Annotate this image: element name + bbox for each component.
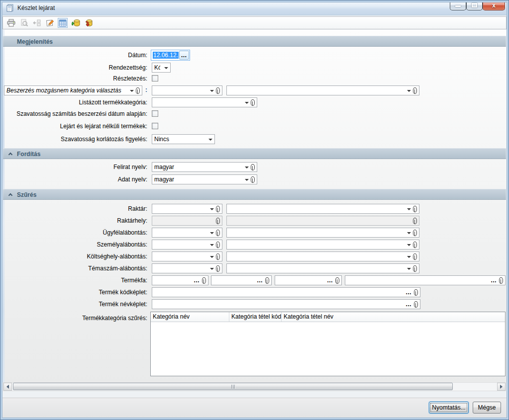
beszerzes-kategoria-combobox[interactable]: Beszerzés mozgásnem kategória választás [4, 85, 142, 95]
database-load-icon[interactable] [71, 18, 81, 28]
paperclip-icon [216, 218, 220, 224]
raktarhely-label: Raktárhely: [0, 216, 147, 226]
ellipsis-button[interactable]: … [327, 278, 333, 283]
ellipsis-button[interactable]: … [406, 302, 412, 307]
paperclip-icon [413, 218, 417, 224]
paperclip-icon [202, 277, 206, 284]
minimize-button[interactable] [450, 1, 466, 10]
section-header-megjelenites[interactable]: Megjelenítés [3, 36, 506, 47]
ugyfelalabontas-combobox[interactable] [152, 228, 222, 238]
collapse-chevron-icon[interactable] [8, 153, 12, 157]
felirat-nyelv-label: Felirat nyelv: [0, 162, 147, 172]
szavatossag-korlatozas-value: Nincs [154, 136, 169, 143]
chevron-down-icon [245, 167, 249, 168]
termek-kodkeplet-label: Termék kódképlet: [0, 287, 147, 297]
print-icon[interactable] [6, 18, 16, 28]
datum-selected-value: 12.06.12. [153, 52, 179, 59]
section-header-szures[interactable]: Szűrés [3, 189, 506, 200]
paperclip-icon [413, 265, 417, 272]
scroll-left-button[interactable] [3, 383, 12, 391]
koltseghely-combobox[interactable] [152, 252, 222, 261]
rendezettseg-combobox[interactable]: Kód [152, 63, 171, 73]
beszerzes-sub-combobox-2[interactable] [226, 85, 419, 95]
print-preview-icon[interactable] [19, 18, 29, 28]
temaszam-combobox-2[interactable] [226, 263, 419, 273]
ellipsis-button[interactable]: … [194, 278, 200, 283]
szavatossag-szamitas-checkbox[interactable] [152, 110, 158, 117]
temaszam-combobox[interactable] [152, 263, 222, 273]
termek-kodkeplet-field[interactable]: … [152, 287, 420, 297]
ellipsis-button[interactable]: … [491, 278, 497, 283]
print-button[interactable]: Nyomtatás... [429, 402, 469, 414]
szemelyalabontas-combobox-2[interactable] [226, 240, 419, 250]
termekfa-field-3[interactable]: … [275, 275, 342, 285]
column-header-kategoria-nev[interactable]: Kategória név [151, 312, 229, 322]
horizontal-scrollbar[interactable] [3, 382, 506, 391]
scroll-right-button[interactable] [497, 383, 506, 391]
beszerzes-kategoria-value: Beszerzés mozgásnem kategória választás [6, 87, 121, 94]
footer-bar: Nyomtatás... Mégse [2, 398, 507, 418]
raktar-label: Raktár: [0, 204, 147, 214]
raktar-combobox-2[interactable] [226, 204, 419, 214]
paperclip-icon [216, 242, 220, 248]
raktar-combobox[interactable] [152, 204, 222, 214]
dialog-window: Készlet lejárat x [0, 0, 509, 420]
column-header-kategoria-tetel-kod[interactable]: Kategória tétel kód [229, 312, 282, 322]
termek-nevkeplet-field[interactable]: … [152, 299, 420, 309]
export-icon[interactable] [32, 18, 42, 28]
felirat-nyelv-combobox[interactable]: magyar [152, 162, 257, 172]
termekfa-field-2[interactable]: … [211, 275, 272, 285]
paperclip-icon [216, 87, 220, 94]
szemelyalabontas-combobox[interactable] [152, 240, 222, 250]
raktarhely-field-2 [226, 216, 419, 226]
close-button[interactable]: x [483, 1, 505, 10]
koltseghely-combobox-2[interactable] [226, 252, 419, 261]
chevron-down-icon [210, 268, 214, 270]
close-icon: x [492, 1, 496, 10]
titlebar[interactable]: Készlet lejárat x [0, 0, 509, 15]
maximize-button[interactable] [466, 1, 483, 10]
adat-nyelv-label: Adat nyelv: [0, 174, 147, 184]
lejart-termekek-checkbox[interactable] [152, 123, 158, 129]
chevron-down-icon [407, 208, 411, 210]
section-header-forditas[interactable]: Fordítás [3, 148, 506, 159]
ellipsis-button[interactable]: … [257, 278, 263, 283]
datum-picker-button[interactable]: … [179, 51, 189, 60]
ugyfelalabontas-combobox-2[interactable] [226, 228, 419, 238]
szavatossag-korlatozas-label: Szavatosság korlátozás figyelés: [0, 134, 147, 144]
lejart-termekek-label: Lejárt és lejárat nélküli termékek: [0, 121, 147, 131]
edit-template-icon[interactable] [45, 18, 55, 28]
scrollbar-grip-icon [233, 385, 233, 389]
data-table-icon[interactable] [58, 18, 68, 28]
termekkategoria-label: Termékkategória szűrés: [0, 313, 147, 323]
szavatossag-korlatozas-combobox[interactable]: Nincs [152, 134, 215, 144]
chevron-down-icon [210, 208, 214, 210]
datum-value-area[interactable]: 12.06.12. [152, 51, 179, 60]
collapse-chevron-icon[interactable] [8, 193, 12, 197]
scrollbar-thumb[interactable] [13, 383, 453, 390]
paperclip-icon [413, 253, 417, 260]
termekkategoria-table[interactable]: Kategória név Kategória tétel kód Kategó… [150, 312, 506, 376]
listazott-combobox[interactable] [152, 97, 257, 107]
database-save-icon[interactable] [84, 18, 94, 28]
paperclip-icon [216, 265, 220, 272]
toolbar [2, 16, 507, 29]
listazott-label: Listázott termékkategória: [0, 97, 147, 107]
minimize-icon [455, 5, 461, 7]
beszerzes-separator: : [145, 86, 147, 93]
ellipsis-button[interactable]: … [406, 290, 412, 295]
beszerzes-sub-combobox-1[interactable] [152, 85, 222, 95]
rendezettseg-value: Kód [154, 64, 160, 71]
chevron-down-icon [245, 102, 249, 104]
chevron-down-icon [164, 67, 168, 69]
cancel-button[interactable]: Mégse [473, 402, 501, 414]
datum-field[interactable]: 12.06.12. … [151, 50, 190, 61]
termekfa-field-4[interactable]: … [345, 275, 506, 285]
window-icon [6, 4, 14, 12]
termekfa-field-1[interactable]: … [152, 275, 208, 285]
chevron-down-icon [407, 268, 411, 270]
reszletezes-checkbox[interactable] [152, 75, 158, 82]
arrow-right-icon [500, 385, 503, 389]
column-header-kategoria-tetel-nev[interactable]: Kategória tétel név [282, 312, 505, 322]
adat-nyelv-combobox[interactable]: magyar [152, 174, 257, 184]
